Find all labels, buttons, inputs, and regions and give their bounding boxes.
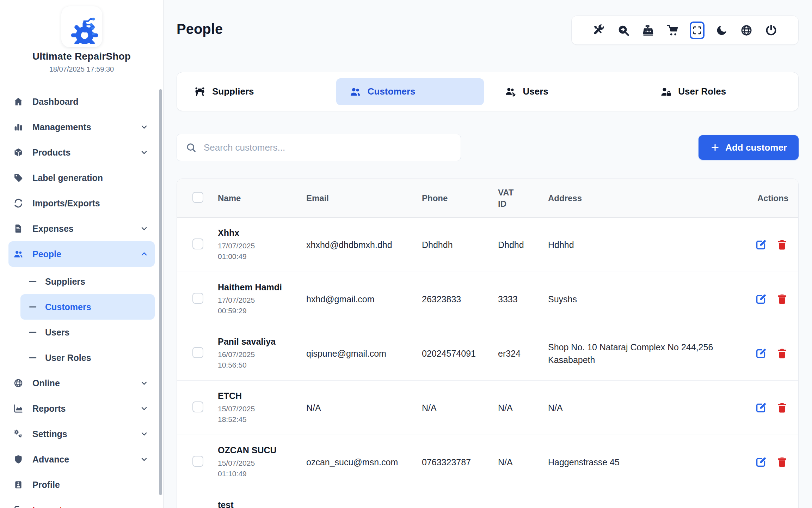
delete-button[interactable] xyxy=(775,238,789,252)
area-chart-icon xyxy=(13,404,23,413)
delete-button[interactable] xyxy=(775,346,789,361)
zoom-arrow-button[interactable] xyxy=(615,20,632,40)
customer-name: Haithem Hamdi xyxy=(218,282,306,292)
delete-button[interactable] xyxy=(775,455,789,469)
sidebar-item-expenses[interactable]: Expenses xyxy=(8,216,155,241)
top-bar: People xyxy=(177,0,799,45)
sidebar-item-online[interactable]: Online xyxy=(8,370,155,396)
row-checkbox[interactable] xyxy=(192,293,203,304)
corner-brackets-icon xyxy=(692,25,702,35)
user-lock-icon xyxy=(660,86,671,97)
chevron-down-icon xyxy=(140,430,148,438)
app-title: Ultimate RepairShop xyxy=(0,51,163,62)
sidebar-item-logout-partial[interactable]: Logout xyxy=(13,505,155,508)
people-carry-icon xyxy=(194,86,205,97)
sidebar-item-imports-exports[interactable]: Imports/Exports xyxy=(8,190,155,216)
sidebar-item-label: Label generation xyxy=(32,173,148,183)
sidebar-item-settings[interactable]: Settings xyxy=(8,421,155,447)
edit-pencil-icon xyxy=(755,239,767,251)
tools-icon xyxy=(592,24,605,37)
customer-name: ETCH xyxy=(218,391,306,401)
chevron-down-icon xyxy=(140,123,148,131)
tab-suppliers[interactable]: Suppliers xyxy=(181,78,328,105)
customer-address: Suyshs xyxy=(548,293,748,306)
sidebar-item-managements[interactable]: Managements xyxy=(8,114,155,140)
sidebar-scrollbar[interactable] xyxy=(159,89,162,495)
edit-button[interactable] xyxy=(754,401,768,415)
trash-icon xyxy=(776,239,788,251)
sidebar-subitem-suppliers[interactable]: Suppliers xyxy=(20,269,155,294)
app-logo xyxy=(61,6,102,47)
delete-button[interactable] xyxy=(775,401,789,415)
plus-icon xyxy=(710,143,720,152)
sidebar-item-people[interactable]: People xyxy=(8,241,155,267)
gear-circuit-logo-icon xyxy=(65,10,99,44)
table-row: Panil savaliya 16/07/202510:56:50 qispun… xyxy=(177,326,798,381)
customer-vat: er324 xyxy=(498,347,548,360)
row-checkbox[interactable] xyxy=(192,238,203,249)
customer-date: 17/07/2025 xyxy=(218,242,255,250)
edit-pencil-icon xyxy=(755,456,767,468)
sidebar-item-label: Reports xyxy=(32,404,131,414)
cash-register-button[interactable] xyxy=(640,20,656,40)
edit-button[interactable] xyxy=(754,238,768,252)
edit-button[interactable] xyxy=(754,346,768,361)
sidebar-item-dashboard[interactable]: Dashboard xyxy=(8,89,155,114)
row-checkbox[interactable] xyxy=(192,456,203,467)
home-icon xyxy=(13,97,23,107)
moon-icon xyxy=(715,24,728,37)
edit-button[interactable] xyxy=(754,292,768,306)
language-button[interactable] xyxy=(738,20,755,40)
customer-time: 10:56:50 xyxy=(218,361,247,369)
row-checkbox[interactable] xyxy=(192,347,203,358)
cart-button[interactable] xyxy=(665,20,681,40)
tools-button[interactable] xyxy=(591,20,607,40)
customer-email: ozcan_sucu@msn.com xyxy=(306,456,422,468)
sidebar-subitem-customers[interactable]: Customers xyxy=(20,294,155,320)
row-checkbox[interactable] xyxy=(192,401,203,412)
gears-icon xyxy=(13,429,23,439)
bar-chart-icon xyxy=(13,122,23,132)
table-row: Xhhx 17/07/202501:00:49 xhxhd@dhdbmxh.dh… xyxy=(177,218,798,272)
customer-name: test xyxy=(218,500,306,508)
trash-icon xyxy=(776,293,788,305)
customer-date: 17/07/2025 xyxy=(218,296,255,304)
scan-frame-icon xyxy=(690,22,705,39)
sidebar-subitem-users[interactable]: Users xyxy=(20,320,155,345)
select-all-checkbox[interactable] xyxy=(192,192,203,203)
customer-address: N/A xyxy=(548,401,748,414)
power-button[interactable] xyxy=(763,20,779,40)
customer-email: hxhd@gmail.com xyxy=(306,293,422,306)
tab-users[interactable]: Users xyxy=(492,78,639,105)
dark-mode-button[interactable] xyxy=(714,20,730,40)
sidebar-item-label: Logout xyxy=(32,505,62,508)
recycle-arrows-icon xyxy=(13,198,23,208)
customer-date: 15/07/2025 xyxy=(218,459,255,467)
customer-time: 01:10:49 xyxy=(218,470,247,478)
sidebar-item-label: Imports/Exports xyxy=(32,198,148,208)
sidebar-item-reports[interactable]: Reports xyxy=(8,396,155,421)
tab-customers[interactable]: Customers xyxy=(336,78,484,105)
sidebar-item-label-generation[interactable]: Label generation xyxy=(8,165,155,190)
sidebar-item-advance[interactable]: Advance xyxy=(8,447,155,472)
customer-time: 01:00:49 xyxy=(218,252,247,260)
tab-user-roles[interactable]: User Roles xyxy=(647,78,794,105)
zoom-arrow-icon xyxy=(617,24,630,37)
sidebar-subitem-user-roles[interactable]: User Roles xyxy=(20,345,155,370)
search-input[interactable] xyxy=(177,134,461,161)
trash-icon xyxy=(776,456,788,468)
table-row: OZCAN SUCU 15/07/202501:10:49 ozcan_sucu… xyxy=(177,435,798,489)
table-row: ETCH 15/07/202518:52:45 N/A N/A N/A N/A xyxy=(177,381,798,435)
sidebar-item-profile[interactable]: Profile xyxy=(8,472,155,497)
add-customer-button[interactable]: Add customer xyxy=(699,135,799,160)
delete-button[interactable] xyxy=(775,292,789,306)
edit-pencil-icon xyxy=(755,293,767,305)
sidebar-item-products[interactable]: Products xyxy=(8,140,155,165)
main-content: People Suppliers Customers xyxy=(164,0,812,508)
sidebar: Ultimate RepairShop 18/07/2025 17:59:30 … xyxy=(0,0,164,508)
chevron-down-icon xyxy=(140,455,148,464)
edit-button[interactable] xyxy=(754,455,768,469)
sidebar-item-label: Managements xyxy=(32,122,131,132)
users-gear-icon xyxy=(505,86,516,97)
scan-frame-button[interactable] xyxy=(689,20,705,40)
